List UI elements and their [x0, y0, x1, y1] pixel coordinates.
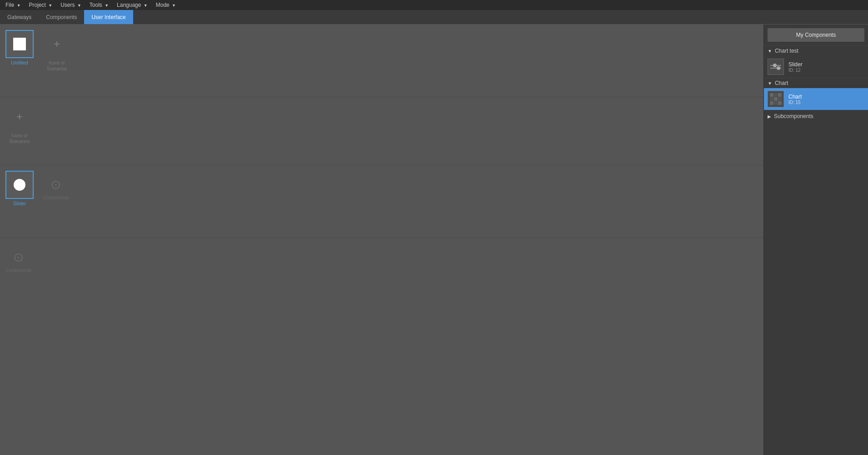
plus-icon-2: + — [5, 103, 34, 131]
chart-grid-icon — [770, 93, 782, 105]
component-untitled[interactable]: Untitled — [5, 30, 34, 65]
my-components-button[interactable]: My Components — [768, 28, 864, 42]
right-panel: My Components ▼ Chart test Slider ID: — [763, 25, 868, 455]
section-label-chart: Chart — [775, 80, 788, 86]
slider-info: Slider ID: 12 — [788, 61, 864, 73]
sub-arrow-icon: ▶ — [768, 114, 771, 119]
canvas-row-1: Untitled + Icons orScenarios — [0, 25, 763, 97]
down-label-2: Components — [5, 268, 31, 273]
canvas-row-4: ⊙ Components — [0, 238, 763, 306]
components-down-1[interactable]: ⊙ Components — [43, 171, 69, 200]
chart-info: Chart ID: 15 — [788, 94, 864, 105]
component-box-untitled — [5, 30, 34, 58]
components-down-2[interactable]: ⊙ Components — [5, 243, 31, 273]
menu-users[interactable]: Users ▼ — [57, 1, 85, 9]
canvas-row-3: Slider ⊙ Components — [0, 165, 763, 238]
add-icons-scenarios-2[interactable]: + Icons orScenarios — [5, 103, 34, 144]
section-label-chart-test: Chart test — [775, 48, 798, 54]
section-chart[interactable]: ▼ Chart — [764, 78, 868, 88]
slider-inner-circle — [14, 179, 25, 191]
untitled-inner-square — [13, 38, 26, 50]
menu-language[interactable]: Language ▼ — [113, 1, 151, 9]
component-label-untitled: Untitled — [11, 60, 28, 65]
component-label-slider: Slider — [13, 201, 26, 206]
chevron-down-icon-1: ⊙ — [46, 175, 65, 193]
chart-thumb — [768, 91, 784, 107]
add-label-1: Icons orScenarios — [47, 60, 67, 72]
chevron-down-icon-2: ⊙ — [9, 248, 27, 266]
slider-name: Slider — [788, 61, 864, 68]
add-label-2: Icons orScenarios — [10, 133, 30, 144]
section-chart-test[interactable]: ▼ Chart test — [764, 45, 868, 56]
tab-components[interactable]: Components — [39, 10, 84, 24]
down-label-1: Components — [43, 195, 69, 200]
add-icons-scenarios-1[interactable]: + Icons orScenarios — [43, 30, 71, 72]
canvas-row-2: + Icons orScenarios — [0, 97, 763, 165]
section-subcomponents[interactable]: ▶ Subcomponents — [764, 110, 868, 122]
chart-id: ID: 15 — [788, 100, 864, 105]
plus-icon-1: + — [43, 30, 71, 58]
chart-name: Chart — [788, 94, 864, 100]
menu-tools[interactable]: Tools ▼ — [86, 1, 112, 9]
menu-mode[interactable]: Mode ▼ — [152, 1, 180, 9]
list-item-chart[interactable]: Chart ID: 15 — [764, 88, 868, 110]
canvas: Untitled + Icons orScenarios + Icons orS… — [0, 25, 763, 455]
component-slider[interactable]: Slider — [5, 171, 34, 206]
main-layout: Untitled + Icons orScenarios + Icons orS… — [0, 25, 868, 455]
tab-user-interface[interactable]: User Interface — [84, 10, 133, 24]
tab-gateways[interactable]: Gateways — [0, 10, 39, 24]
tabbar: Gateways Components User Interface — [0, 10, 868, 25]
slider-thumb — [768, 59, 784, 75]
section-arrow-chart-test: ▼ — [768, 49, 772, 54]
list-item-slider[interactable]: Slider ID: 12 — [764, 56, 868, 78]
slider-id: ID: 12 — [788, 68, 864, 73]
section-arrow-chart: ▼ — [768, 81, 772, 86]
component-box-slider — [5, 171, 34, 199]
menubar: File ▼ Project ▼ Users ▼ Tools ▼ Languag… — [0, 0, 868, 10]
section-label-subcomponents: Subcomponents — [774, 113, 813, 119]
menu-file[interactable]: File ▼ — [2, 1, 25, 9]
menu-project[interactable]: Project ▼ — [25, 1, 56, 9]
